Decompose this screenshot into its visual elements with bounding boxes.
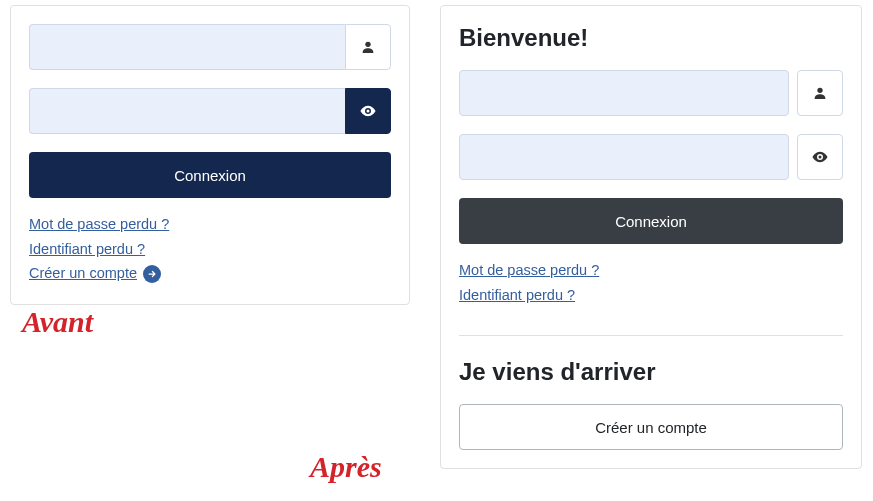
eye-icon[interactable] xyxy=(345,88,391,134)
create-account-button[interactable]: Créer un compte xyxy=(459,404,843,450)
assist-links: Mot de passe perdu ? Identifiant perdu ? xyxy=(459,258,843,307)
annotation-before: Avant xyxy=(22,305,93,339)
password-row xyxy=(459,134,843,180)
login-panel-before: Connexion Mot de passe perdu ? Identifia… xyxy=(10,5,410,305)
annotation-after: Après xyxy=(310,450,382,484)
user-icon xyxy=(345,24,391,70)
forgot-username-link[interactable]: Identifiant perdu ? xyxy=(29,237,145,262)
username-input[interactable] xyxy=(459,70,789,116)
arrow-right-icon xyxy=(143,265,161,283)
password-input[interactable] xyxy=(459,134,789,180)
username-row xyxy=(29,24,391,70)
username-input[interactable] xyxy=(29,24,345,70)
login-button[interactable]: Connexion xyxy=(459,198,843,244)
login-button[interactable]: Connexion xyxy=(29,152,391,198)
forgot-password-link[interactable]: Mot de passe perdu ? xyxy=(459,258,599,283)
newcomer-heading: Je viens d'arriver xyxy=(459,358,843,386)
assist-links: Mot de passe perdu ? Identifiant perdu ?… xyxy=(29,212,391,286)
svg-point-0 xyxy=(365,42,370,47)
user-icon xyxy=(797,70,843,116)
create-account-link[interactable]: Créer un compte xyxy=(29,261,137,286)
login-panel-after: Bienvenue! Connexion Mot de passe perdu … xyxy=(440,5,862,469)
divider xyxy=(459,335,843,336)
welcome-heading: Bienvenue! xyxy=(459,24,843,52)
username-row xyxy=(459,70,843,116)
forgot-username-link[interactable]: Identifiant perdu ? xyxy=(459,283,575,308)
password-input[interactable] xyxy=(29,88,345,134)
eye-icon[interactable] xyxy=(797,134,843,180)
svg-point-1 xyxy=(817,88,822,93)
forgot-password-link[interactable]: Mot de passe perdu ? xyxy=(29,212,169,237)
password-row xyxy=(29,88,391,134)
